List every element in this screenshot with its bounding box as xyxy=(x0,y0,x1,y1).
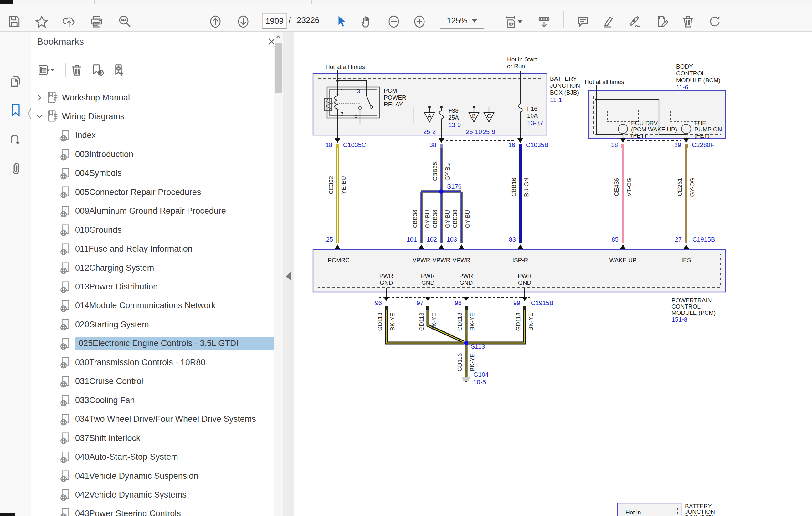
bookmark-item[interactable]: 034Two Wheel Drive/Four Wheel Drive Syst… xyxy=(31,411,298,427)
bookmark-item[interactable]: Wiring Diagrams xyxy=(31,108,273,125)
edit-page-icon xyxy=(656,15,669,28)
bookmark-item[interactable]: 010Grounds xyxy=(31,222,298,238)
highlight-button[interactable] xyxy=(600,13,617,30)
chevron-right-icon[interactable] xyxy=(36,94,43,101)
locate-bookmark-button[interactable] xyxy=(111,62,127,78)
zoom-level-select[interactable]: 125% xyxy=(440,13,484,29)
favorite-button[interactable] xyxy=(33,13,50,30)
bookmark-item[interactable]: 004Symbols xyxy=(31,165,298,181)
next-page-button[interactable] xyxy=(234,13,252,30)
svg-text:CBB38: CBB38 xyxy=(452,210,458,229)
panel-scrollbar[interactable] xyxy=(274,32,283,516)
bookmark-item[interactable]: 030Transmission Controls - 10R80 xyxy=(31,354,298,370)
zoom-in-button[interactable] xyxy=(411,13,428,30)
svg-text:F38: F38 xyxy=(448,107,459,114)
bookmark-item[interactable]: 033Cooling Fan xyxy=(31,392,298,408)
svg-text:18: 18 xyxy=(611,142,618,148)
attachments-tab[interactable] xyxy=(8,161,23,176)
scroll-mode-button[interactable] xyxy=(535,13,553,30)
bookmark-item-label: 011Fuse and Relay Information xyxy=(75,244,193,254)
svg-text:GND: GND xyxy=(518,279,531,286)
print-button[interactable] xyxy=(88,13,106,30)
bookmark-item[interactable]: 037Shift Interlock xyxy=(31,430,298,446)
delete-button[interactable] xyxy=(679,13,697,30)
comment-button[interactable] xyxy=(574,13,592,30)
bookmark-item[interactable]: 020Starting System xyxy=(31,316,298,333)
edit-document-button[interactable] xyxy=(654,13,671,30)
zoom-out-button[interactable] xyxy=(385,13,403,30)
signature-button[interactable] xyxy=(626,13,644,30)
chevron-up-icon xyxy=(275,34,282,40)
scrollbar-thumb[interactable] xyxy=(274,43,282,93)
svg-text:BATTERY: BATTERY xyxy=(550,75,577,82)
bookmark-item[interactable]: 042Vehicle Dynamic Systems xyxy=(31,487,298,503)
bookmark-item[interactable]: Workshop Manual xyxy=(31,90,273,106)
svg-text:(FET): (FET) xyxy=(694,132,709,139)
bookmark-item[interactable]: 003Introduction xyxy=(31,146,298,162)
bookmark-item[interactable]: Index xyxy=(31,127,298,144)
hand-tool-button[interactable] xyxy=(358,13,376,30)
destinations-tab[interactable] xyxy=(8,133,23,147)
svg-text:CBB38: CBB38 xyxy=(432,162,438,181)
svg-text:WAKE UP: WAKE UP xyxy=(609,257,637,264)
share-button[interactable] xyxy=(60,13,78,30)
bookmark-item[interactable]: 011Fuse and Relay Information xyxy=(31,241,298,257)
toolbar-divider xyxy=(563,11,564,28)
bookmark-item-selected[interactable]: 025Electronic Engine Controls - 3.5L GTD… xyxy=(31,335,298,352)
svg-text:BOX (BJB): BOX (BJB) xyxy=(550,89,579,96)
splice-s176-label: S176 xyxy=(447,183,462,190)
svg-text:GD113: GD113 xyxy=(456,353,463,372)
scroll-up-arrow[interactable] xyxy=(275,34,282,40)
bookmark-folder-icon xyxy=(46,110,59,123)
search-button[interactable] xyxy=(116,13,133,30)
svg-text:A: A xyxy=(428,113,431,119)
svg-text:38: 38 xyxy=(430,142,436,148)
bookmark-item[interactable]: 013Power Distribution xyxy=(31,279,298,295)
svg-text:1: 1 xyxy=(340,88,343,94)
minus-circle-icon xyxy=(387,15,400,28)
bookmark-options-button[interactable] xyxy=(36,62,56,78)
bookmarks-tab[interactable] xyxy=(8,103,23,117)
svg-text:PWR: PWR xyxy=(421,273,435,279)
select-tool-button[interactable] xyxy=(333,13,351,30)
bookmark-page-icon xyxy=(59,280,72,294)
svg-text:96: 96 xyxy=(375,300,382,306)
fountain-pen-icon xyxy=(628,15,641,28)
bookmark-item[interactable]: 009Aluminum Ground Repair Procedure xyxy=(31,203,298,219)
bookmark-item-label: 009Aluminum Ground Repair Procedure xyxy=(75,206,226,216)
svg-text:25-9: 25-9 xyxy=(483,128,495,135)
chevron-down-icon xyxy=(472,19,477,23)
bookmark-page-icon xyxy=(59,413,72,426)
bookmark-item-label: 010Grounds xyxy=(75,225,122,235)
page-number-input[interactable]: 1909 xyxy=(262,13,287,29)
bookmark-item[interactable]: 014Module Communications Network xyxy=(31,298,298,314)
bookmark-item[interactable]: 043Power Steering Controls xyxy=(31,506,298,516)
svg-text:GD113: GD113 xyxy=(515,313,522,331)
previous-page-button[interactable] xyxy=(207,13,224,30)
bookmark-item-label: 012Charging System xyxy=(75,263,154,273)
bookmark-item[interactable]: 005Connector Repair Procedures xyxy=(31,184,298,200)
trash-icon xyxy=(682,15,695,28)
delete-bookmark-button[interactable] xyxy=(69,62,85,78)
svg-text:BODY: BODY xyxy=(676,63,693,70)
bookmark-item-label: Wiring Diagrams xyxy=(62,112,124,121)
bookmark-item-label: 005Connector Repair Procedures xyxy=(75,187,201,197)
svg-text:JUNCTION: JUNCTION xyxy=(550,82,580,89)
bookmark-item[interactable]: 031Cruise Control xyxy=(31,373,298,390)
bookmark-item[interactable]: 012Charging System xyxy=(31,260,298,276)
chevron-down-icon[interactable] xyxy=(36,113,43,120)
zoom-level-value: 125% xyxy=(447,16,468,26)
add-bookmark-button[interactable] xyxy=(90,62,106,78)
save-button[interactable] xyxy=(5,13,23,30)
label-or-run: or Run xyxy=(507,63,525,69)
page-fit-button[interactable] xyxy=(501,13,525,30)
bookmark-page-icon xyxy=(59,451,72,464)
bookmark-item[interactable]: 041Vehicle Dynamic Suspension xyxy=(31,468,298,484)
tab-divider xyxy=(686,0,686,4)
rotate-button[interactable] xyxy=(706,13,724,30)
panel-collapse-handle[interactable] xyxy=(286,272,291,281)
thumbnails-tab[interactable] xyxy=(8,74,23,88)
svg-text:C: C xyxy=(487,113,491,119)
sidebar-rail xyxy=(0,32,31,516)
bookmark-item[interactable]: 040Auto-Start-Stop System xyxy=(31,449,298,465)
